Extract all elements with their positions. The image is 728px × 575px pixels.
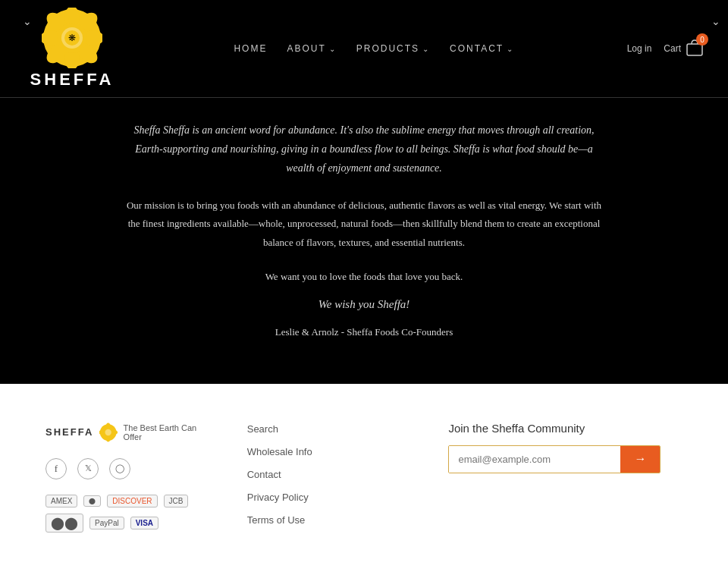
footer: SHEFFA The Best Earth Can Offer f 𝕏 ◯: [0, 384, 728, 575]
amex-payment-icon: AMEX: [46, 495, 77, 507]
header-right: Log in Cart 0: [627, 36, 705, 61]
footer-tagline: The Best Earth Can Offer: [124, 423, 202, 441]
payment-icons: AMEX ⬤ DISCOVER JCB: [46, 495, 202, 507]
wish-text: We wish you Sheffa!: [121, 298, 607, 311]
cart-badge: 0: [696, 33, 708, 46]
mission-text: Our mission is to bring you foods with a…: [121, 196, 607, 253]
footer-link-privacy[interactable]: Privacy Policy: [247, 490, 403, 504]
footer-link-search[interactable]: Search: [247, 422, 403, 435]
header: ⌄ ❋ SHEFFA HOME ABOUT ⌄: [0, 0, 728, 98]
diners-payment-icon: ⬤: [83, 495, 101, 507]
footer-social: f 𝕏 ◯: [46, 458, 202, 479]
love-text: We want you to love the foods that love …: [121, 271, 607, 283]
chevron-down-icon: ⌄: [507, 45, 514, 53]
footer-link-terms[interactable]: Terms of Use: [247, 513, 403, 526]
founders-text: Leslie & Arnolz - Sheffa Foods Co-Founde…: [121, 326, 607, 338]
left-chevron-icon[interactable]: ⌄: [23, 15, 32, 28]
about-intro: Sheffa Sheffa is an ancient word for abu…: [121, 121, 607, 178]
footer-brand-column: SHEFFA The Best Earth Can Offer f 𝕏 ◯: [46, 422, 202, 533]
footer-brand-row: SHEFFA The Best Earth Can Offer: [46, 422, 202, 443]
facebook-icon[interactable]: f: [46, 458, 67, 479]
footer-links-list: Search Wholesale Info Contact Privacy Po…: [247, 422, 403, 526]
newsletter-form: →: [448, 445, 661, 473]
logo[interactable]: ❋ SHEFFA: [23, 8, 121, 90]
discover-payment-icon: DISCOVER: [107, 495, 157, 507]
chevron-down-icon: ⌄: [329, 45, 337, 53]
footer-links-column: Search Wholesale Info Contact Privacy Po…: [247, 422, 403, 533]
logo-text: SHEFFA: [30, 70, 115, 90]
cart-icon-wrap: 0: [684, 36, 705, 61]
svg-point-20: [105, 429, 111, 435]
payment-icons-row2: ⬤⬤ PayPal VISA: [46, 514, 202, 533]
footer-link-contact[interactable]: Contact: [247, 467, 403, 481]
newsletter-email-input[interactable]: [449, 446, 620, 473]
brand-name-italic: Sheffa: [133, 124, 160, 136]
nav-products[interactable]: PRODUCTS ⌄: [350, 40, 436, 57]
newsletter-title: Join the Sheffa Community: [448, 422, 682, 435]
footer-link-wholesale[interactable]: Wholesale Info: [247, 445, 403, 458]
twitter-icon[interactable]: 𝕏: [77, 458, 99, 479]
cart-button[interactable]: Cart 0: [664, 36, 705, 61]
footer-newsletter-column: Join the Sheffa Community →: [448, 422, 682, 533]
newsletter-submit-button[interactable]: →: [620, 446, 660, 473]
svg-text:❋: ❋: [68, 33, 76, 43]
footer-brand-name: SHEFFA: [46, 426, 93, 438]
main-nav: HOME ABOUT ⌄ PRODUCTS ⌄ CONTACT ⌄: [121, 40, 627, 57]
chevron-down-icon: ⌄: [422, 45, 430, 53]
footer-flower-icon: [99, 422, 117, 443]
arrow-right-icon: →: [634, 452, 646, 466]
footer-top: SHEFFA The Best Earth Can Offer f 𝕏 ◯: [46, 422, 682, 533]
login-link[interactable]: Log in: [627, 43, 652, 54]
nav-home[interactable]: HOME: [228, 40, 273, 57]
mastercard-payment-icon: ⬤⬤: [46, 514, 83, 533]
instagram-icon[interactable]: ◯: [109, 458, 130, 479]
logo-flower-icon: ❋: [42, 8, 102, 68]
right-chevron-icon[interactable]: ⌄: [711, 15, 720, 28]
main-content: Sheffa Sheffa is an ancient word for abu…: [0, 98, 728, 384]
brand-name-italic-2: Sheffa: [453, 143, 480, 155]
svg-rect-13: [687, 44, 702, 55]
paypal-payment-icon: PayPal: [89, 517, 124, 529]
nav-about[interactable]: ABOUT ⌄: [281, 40, 342, 57]
visa-payment-icon: VISA: [130, 517, 158, 529]
jcb-payment-icon: JCB: [164, 495, 189, 507]
nav-contact[interactable]: CONTACT ⌄: [444, 40, 520, 57]
